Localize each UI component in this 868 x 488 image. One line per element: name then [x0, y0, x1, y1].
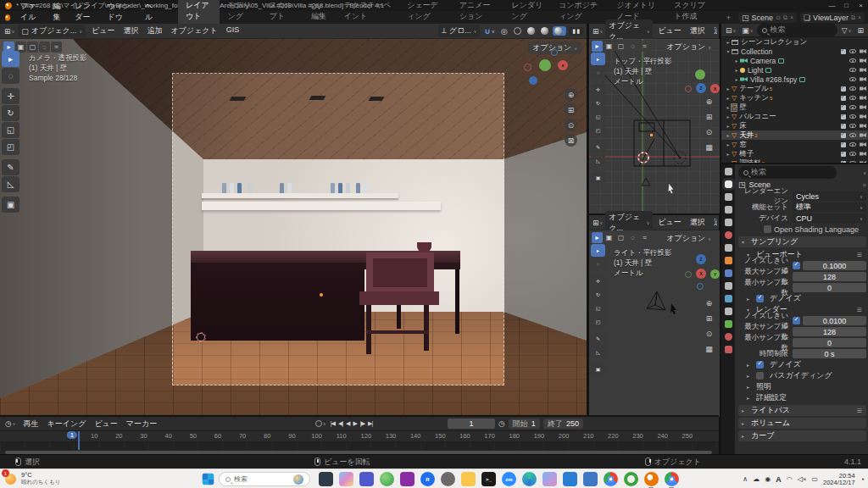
exclude-checkbox[interactable] — [841, 152, 846, 157]
collapse-icon[interactable]: ▸ — [725, 132, 732, 138]
workspace-tab-モデリング[interactable]: モデリング — [220, 0, 261, 24]
properties-options-icon[interactable]: ∨ — [863, 170, 866, 175]
editor-type-button[interactable]: ◷∨ — [3, 419, 18, 428]
rotate-tool-icon[interactable]: ↻ — [2, 105, 19, 121]
select-box-tool-icon[interactable]: ▸ — [591, 53, 605, 65]
Open Shading Language-checkbox[interactable] — [764, 225, 771, 233]
outliner-row[interactable]: ▸Light — [721, 65, 868, 75]
subpanel-デノイズ[interactable]: ▸デノイズ — [738, 293, 866, 304]
notifications-bell-icon[interactable]: ◔ — [860, 475, 865, 484]
workspace-tab-シェーディング[interactable]: シェーディング — [399, 0, 452, 24]
camera-view-icon[interactable]: ⊙ — [565, 119, 577, 131]
mode-select[interactable]: ▢オブジェク...∨ — [18, 25, 86, 37]
menu-選択[interactable]: 選択 — [119, 25, 142, 36]
options-dropdown[interactable]: オプション∨ — [662, 232, 715, 245]
デノイズ-checkbox[interactable] — [756, 295, 764, 302]
shading-material-icon[interactable] — [539, 26, 550, 36]
disable-render-camera-icon[interactable] — [860, 105, 866, 110]
select-box-mode-icon[interactable]: ▣ — [604, 232, 615, 243]
teams-icon[interactable] — [359, 472, 374, 486]
レンダーエンジン-dropdown[interactable]: Cycles∨ — [793, 191, 866, 201]
timeline-menu-再生[interactable]: 再生 — [19, 419, 43, 430]
preset-menu-icon[interactable]: ☰ — [857, 408, 863, 414]
properties-tab-scene[interactable] — [725, 219, 732, 226]
menu-選択[interactable]: 選択 — [686, 25, 709, 36]
volume-muted-icon[interactable]: ◁× — [798, 475, 807, 483]
transform-orientation-select[interactable]: ⟂グロ...∨ — [438, 25, 481, 37]
axis-gizmo[interactable]: Z X Y — [685, 254, 721, 293]
remove-layer-icon[interactable]: × — [858, 14, 861, 20]
camera-view-icon[interactable]: ⊙ — [703, 125, 715, 138]
collapse-icon[interactable]: ▸ — [725, 123, 732, 129]
disable-render-camera-icon[interactable] — [860, 133, 866, 138]
exclude-checkbox[interactable] — [841, 96, 846, 101]
add-cube-tool-icon[interactable]: ▣ — [591, 171, 605, 184]
cursor-tool-icon[interactable]: ◌ — [591, 66, 605, 79]
select-circle-mode-icon[interactable]: ▢ — [615, 41, 626, 52]
zoom-app-icon[interactable]: zm — [502, 472, 516, 486]
frame-tick-220[interactable]: 220 — [608, 432, 619, 440]
scale-tool-icon[interactable]: ◱ — [591, 110, 605, 123]
menu-追加[interactable]: 追加 — [709, 25, 717, 36]
snap-magnet-icon[interactable]: ∪∨ — [482, 27, 496, 36]
frame-tick-240[interactable]: 240 — [657, 432, 668, 440]
r-app-icon[interactable]: R — [420, 472, 435, 486]
disable-render-camera-icon[interactable] — [860, 114, 866, 119]
menu-ビュー[interactable]: ビュー — [87, 25, 119, 36]
menu-ビュー[interactable]: ビュー — [654, 217, 685, 228]
properties-tab-modifiers[interactable] — [725, 269, 732, 277]
outliner-row[interactable]: ▸▽キッチン5 — [721, 93, 868, 103]
hide-eye-icon[interactable] — [849, 49, 856, 53]
scale-tool-icon[interactable]: ◱ — [591, 302, 605, 314]
select-tweak-icon[interactable]: ▸ — [592, 41, 603, 52]
collapse-icon[interactable]: ▸ — [725, 86, 732, 92]
notepad-icon[interactable] — [583, 472, 598, 486]
edge-icon[interactable] — [522, 472, 537, 486]
ノイズしきい値-checkbox[interactable] — [793, 317, 800, 324]
workspace-tab-テクスチャペイント[interactable]: テクスチャペイント — [337, 0, 399, 24]
properties-tab-render[interactable] — [725, 180, 732, 188]
outliner-row[interactable]: ▸▽床 — [721, 121, 868, 130]
outliner-row[interactable]: ▸▽天井2 — [721, 130, 868, 140]
hide-eye-icon[interactable] — [849, 86, 856, 91]
panel-カーブ[interactable]: ▸カーブ — [738, 430, 866, 441]
outliner-row[interactable]: ▸▽壁 — [721, 103, 868, 112]
properties-tab-physics[interactable] — [725, 295, 732, 302]
workspace-tab-スクリプト作成[interactable]: スクリプト作成 — [666, 0, 719, 24]
close-button[interactable]: × — [854, 2, 868, 9]
pan-icon[interactable]: ⊞ — [703, 110, 715, 123]
viewlayer-selector[interactable]: ❏ ViewLayer ⧉ × — [800, 13, 865, 23]
weather-widget[interactable]: 1 9°C 晴れのちくもり — [3, 471, 60, 485]
zoom-icon[interactable]: ⊕ — [565, 88, 577, 101]
display-mode-icon[interactable]: ⊟∨ — [724, 26, 737, 35]
properties-tab-output[interactable] — [725, 193, 732, 201]
play-button[interactable]: ▶ — [351, 420, 358, 427]
snipping-tool-icon[interactable] — [542, 472, 557, 486]
transform-tool-icon[interactable]: ◰ — [591, 315, 605, 328]
collapse-icon[interactable]: ▸ — [725, 95, 732, 101]
collapse-icon[interactable]: ▸ — [733, 76, 740, 82]
最小サンプル数-field[interactable]: 0 — [793, 338, 866, 347]
properties-tab-view-layer[interactable] — [725, 206, 732, 214]
select-box-tool-icon[interactable]: ▸ — [2, 51, 19, 67]
frame-tick-100[interactable]: 100 — [311, 432, 322, 440]
subpanel-詳細設定[interactable]: ▸詳細設定 — [738, 392, 866, 403]
select-tweak-icon[interactable]: ▸ — [592, 232, 603, 243]
exclude-checkbox[interactable] — [841, 105, 846, 110]
editor-type-button[interactable]: ⊞∨ — [591, 219, 604, 227]
workspace-tab-スカルプト[interactable]: スカルプト — [262, 0, 303, 24]
grid-snap-icon[interactable]: ▦ — [703, 141, 715, 153]
disable-render-camera-icon[interactable] — [860, 96, 866, 101]
properties-search-input[interactable]: 検索 — [738, 166, 837, 179]
subpanel-デノイズ[interactable]: ▸デノイズ — [738, 359, 866, 370]
shading-wireframe-icon[interactable] — [512, 26, 523, 36]
hide-eye-icon[interactable] — [849, 58, 856, 63]
measure-tool-icon[interactable]: ◺ — [2, 176, 19, 192]
frame-tick-70[interactable]: 70 — [239, 432, 246, 440]
subpanel-パスガイディング[interactable]: ▸パスガイディング — [738, 370, 866, 381]
measure-tool-icon[interactable]: ◺ — [591, 154, 605, 167]
menu-追加[interactable]: 追加 — [142, 25, 166, 36]
disable-render-camera-icon[interactable] — [860, 77, 866, 82]
frame-tick-200[interactable]: 200 — [559, 432, 570, 440]
collapse-icon[interactable]: ▸ — [725, 141, 732, 147]
